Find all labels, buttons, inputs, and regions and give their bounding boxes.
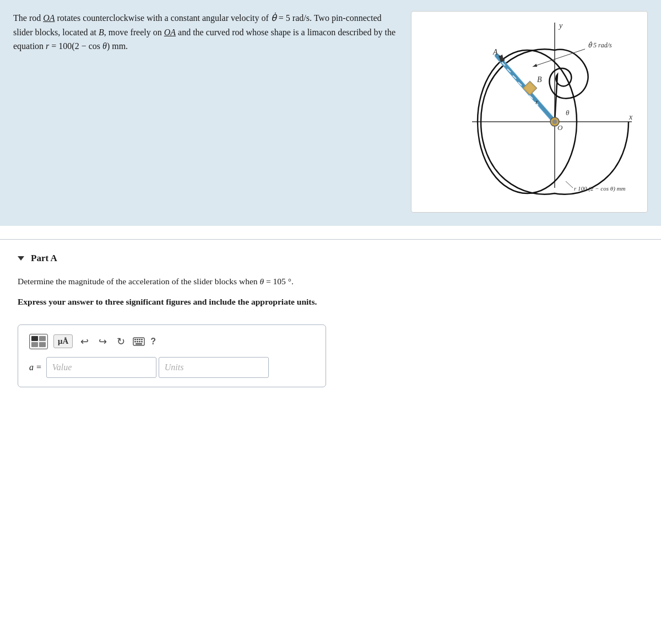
x-axis-label: x — [629, 113, 633, 121]
units-input[interactable] — [159, 357, 269, 378]
theta-diagram-label: θ — [566, 109, 570, 117]
matrix-cell-1 — [31, 336, 38, 341]
part-a-header: Part A — [18, 253, 643, 264]
svg-rect-27 — [137, 341, 138, 343]
symbol-button[interactable]: μÅ — [53, 334, 73, 348]
svg-rect-23 — [137, 339, 138, 340]
input-row: a = — [29, 357, 315, 378]
part-a-title: Part A — [31, 253, 57, 264]
keyboard-icon — [133, 337, 145, 346]
instruction-text: Express your answer to three significant… — [18, 295, 643, 309]
svg-line-16 — [533, 49, 585, 67]
answer-box: μÅ ↩ ↪ ↻ — [18, 324, 326, 387]
svg-rect-30 — [136, 343, 142, 345]
point-a-diagram-label: A — [492, 48, 498, 56]
equation-r: r — [46, 41, 49, 51]
matrix-icon — [29, 334, 48, 349]
part-a-section: Part A Determine the magnitude of the ac… — [0, 253, 661, 409]
svg-rect-22 — [134, 339, 136, 340]
section-divider — [0, 239, 661, 240]
collapse-chevron-icon[interactable] — [18, 256, 24, 261]
help-button[interactable]: ? — [150, 337, 156, 347]
point-b-diagram-label: B — [537, 75, 542, 84]
point-b-label: B — [99, 28, 104, 37]
matrix-cell-4 — [39, 342, 46, 347]
refresh-button[interactable]: ↻ — [115, 334, 127, 349]
rod-label-oa: OA — [43, 13, 55, 23]
svg-rect-29 — [141, 341, 143, 343]
svg-point-15 — [552, 120, 557, 124]
omega-annotation: θ̇ 5 rad/s — [588, 41, 612, 49]
o-diagram-label: O — [557, 123, 563, 132]
y-axis-label: y — [558, 21, 563, 30]
svg-rect-25 — [141, 339, 143, 340]
variable-label: a = — [29, 362, 42, 372]
svg-rect-28 — [139, 341, 140, 343]
answer-toolbar: μÅ ↩ ↪ ↻ — [29, 334, 315, 349]
question-text: Determine the magnitude of the accelerat… — [18, 275, 643, 289]
rod-label-oa2: OA — [164, 28, 176, 37]
theta-dot-symbol: θ̇ — [271, 13, 277, 23]
matrix-template-button[interactable] — [29, 334, 48, 349]
svg-rect-26 — [134, 341, 136, 343]
value-input[interactable] — [46, 357, 156, 378]
svg-line-18 — [566, 181, 573, 188]
problem-section: The rod OA rotates counterclockwise with… — [0, 0, 661, 226]
problem-text: The rod OA rotates counterclockwise with… — [13, 11, 400, 53]
svg-rect-24 — [139, 339, 140, 340]
diagram-svg: y x — [417, 17, 637, 204]
equation-theta: θ — [102, 41, 107, 51]
undo-button[interactable]: ↩ — [78, 334, 91, 349]
curve-equation-label: r 100 (2 − cos θ) mm — [574, 185, 626, 192]
matrix-cell-2 — [39, 336, 46, 341]
page-wrapper: The rod OA rotates counterclockwise with… — [0, 0, 661, 644]
matrix-cell-3 — [31, 342, 38, 347]
diagram-box: y x — [411, 11, 648, 213]
keyboard-button[interactable] — [133, 337, 145, 346]
redo-button[interactable]: ↪ — [96, 334, 109, 349]
